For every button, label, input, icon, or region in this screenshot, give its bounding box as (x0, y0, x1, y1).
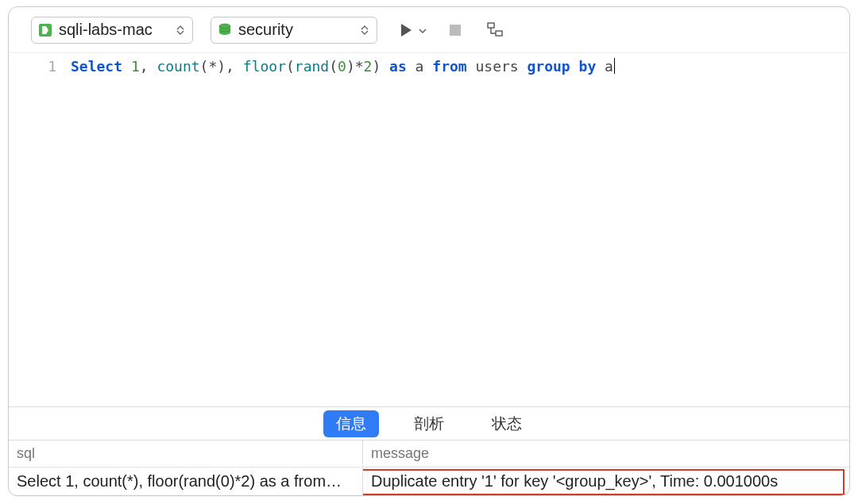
code-token: a (407, 58, 433, 75)
table-row[interactable]: Select 1, count(*), floor(rand(0)*2) as … (9, 467, 849, 495)
chevron-updown-icon (175, 25, 186, 35)
database-icon (218, 23, 232, 37)
svg-rect-5 (496, 31, 502, 36)
table-header: sql message (9, 441, 849, 467)
code-token: a (596, 58, 613, 75)
result-table: sql message Select 1, count(*), floor(ra… (9, 440, 849, 495)
header-sql[interactable]: sql (9, 441, 363, 467)
database-label: security (238, 21, 293, 39)
code-token: ), (217, 58, 243, 75)
code-token: Select (71, 58, 122, 75)
code-token: from (432, 58, 466, 75)
result-tabs: 信息 剖析 状态 (9, 406, 849, 440)
tab-info[interactable]: 信息 (323, 410, 379, 437)
app-window: sqli-labs-mac security (8, 6, 850, 496)
line-gutter: 1 (9, 53, 71, 406)
database-selector[interactable]: security (211, 17, 377, 44)
connection-selector[interactable]: sqli-labs-mac (31, 17, 193, 44)
code-token: by (579, 58, 597, 75)
cell-message: Duplicate entry '1' for key '<group_key>… (363, 467, 849, 495)
code-token: ) (372, 58, 389, 75)
connection-icon (38, 23, 52, 37)
svg-rect-4 (488, 23, 494, 28)
code-token: ) (346, 58, 355, 75)
toolbar: sqli-labs-mac security (9, 7, 849, 53)
text-cursor (614, 58, 615, 74)
code-token: ( (329, 58, 338, 75)
header-message[interactable]: message (363, 441, 849, 467)
chevron-updown-icon (359, 25, 370, 35)
sql-editor[interactable]: 1 Select 1, count(*), floor(rand(0)*2) a… (9, 53, 849, 406)
tab-status[interactable]: 状态 (479, 410, 535, 437)
run-button[interactable] (395, 19, 427, 41)
code-token: , (140, 58, 157, 75)
svg-rect-3 (450, 25, 461, 36)
code-token: as (389, 58, 407, 75)
code-token: 0 (338, 58, 346, 75)
code-token (570, 58, 579, 75)
code-token (122, 58, 131, 75)
code-token: rand (295, 58, 329, 75)
code-token: group (528, 58, 570, 75)
chevron-down-icon (419, 23, 427, 37)
code-token: users (467, 58, 528, 75)
code-token: 2 (364, 58, 373, 75)
line-number: 1 (9, 58, 56, 75)
code-area[interactable]: Select 1, count(*), floor(rand(0)*2) as … (71, 53, 849, 406)
code-token: 1 (131, 58, 140, 75)
tab-profile[interactable]: 剖析 (401, 410, 457, 437)
code-token: * (355, 58, 364, 75)
explain-button[interactable] (484, 19, 506, 41)
play-icon (395, 19, 417, 41)
code-token: ( (286, 58, 295, 75)
stop-button[interactable] (444, 19, 466, 41)
code-token: * (208, 58, 217, 75)
code-token: ( (200, 58, 209, 75)
connection-label: sqli-labs-mac (59, 21, 153, 39)
cell-sql: Select 1, count(*), floor(rand(0)*2) as … (9, 467, 363, 495)
code-token: count (157, 58, 199, 75)
code-token: floor (243, 58, 286, 75)
